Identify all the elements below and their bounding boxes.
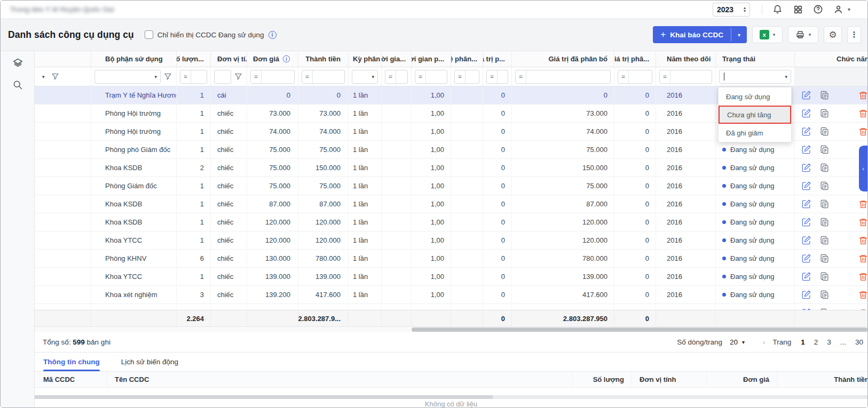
- copy-icon[interactable]: [819, 308, 830, 310]
- filter-value-input[interactable]: [465, 70, 479, 83]
- funnel-icon[interactable]: [164, 73, 172, 81]
- caret-down-icon[interactable]: ▾: [151, 74, 160, 79]
- filter-input-total[interactable]: =: [302, 70, 345, 84]
- copy-icon[interactable]: [819, 126, 830, 137]
- dropdown-option[interactable]: Chưa ghi tăng: [719, 106, 791, 124]
- delete-icon[interactable]: [858, 308, 867, 310]
- bell-icon[interactable]: [772, 4, 784, 15]
- table-row[interactable]: Phòng Giám đốc1chiếc75.00075.0001 lần1,0…: [35, 177, 867, 195]
- copy-icon[interactable]: [819, 235, 830, 245]
- column-header-year[interactable]: Năm theo dõi: [656, 51, 716, 67]
- prev-page-chevron-icon[interactable]: ‹: [763, 338, 765, 346]
- column-header-unit_price[interactable]: Đơn giái: [247, 51, 298, 67]
- detail-scrollbar[interactable]: [35, 395, 867, 399]
- column-header-allocated[interactable]: Giá trị đã phân bổ: [512, 51, 614, 67]
- copy-icon[interactable]: [819, 145, 830, 155]
- edit-icon[interactable]: [801, 126, 811, 137]
- copy-icon[interactable]: [819, 290, 830, 300]
- funnel-icon[interactable]: [51, 73, 59, 81]
- horizontal-scrollbar[interactable]: [35, 327, 867, 332]
- funnel-icon[interactable]: [234, 73, 242, 81]
- collapse-side-panel-button[interactable]: ‹: [859, 146, 867, 191]
- column-header-actions[interactable]: Chức năng: [795, 51, 867, 67]
- copy-icon[interactable]: [819, 181, 830, 191]
- table-row[interactable]: Khoa KSDB1chiếc120.000120.0001 lần1,0001…: [35, 213, 867, 231]
- delete-icon[interactable]: [858, 91, 867, 100]
- filter-value-input[interactable]: [191, 70, 207, 83]
- rows-per-page-caret-icon[interactable]: ▾: [742, 339, 745, 345]
- copy-icon[interactable]: [819, 108, 830, 118]
- table-row[interactable]: Khoa KSDB2chiếc75.000150.0001 lần1,00015…: [35, 159, 867, 177]
- export-excel-button[interactable]: x ▾: [752, 26, 783, 43]
- delete-icon[interactable]: [858, 199, 867, 209]
- edit-icon[interactable]: [801, 290, 811, 300]
- table-row[interactable]: Phòng KHNV6chiếc130.000780.0001 lần1,000…: [35, 250, 867, 268]
- declare-ccdc-button[interactable]: + Khai báo CCDC ▾: [653, 26, 747, 43]
- user-menu-caret-icon[interactable]: ▾: [848, 6, 850, 12]
- caret-down-icon[interactable]: ▾: [368, 74, 377, 79]
- filter-input-period[interactable]: ▾: [352, 70, 378, 84]
- info-icon[interactable]: i: [283, 55, 290, 63]
- delete-icon[interactable]: [858, 254, 867, 263]
- edit-icon[interactable]: [801, 271, 811, 282]
- copy-icon[interactable]: [819, 163, 830, 173]
- column-header-select[interactable]: [35, 51, 91, 67]
- year-selector[interactable]: 2023 ▴▾: [713, 3, 750, 17]
- table-row[interactable]: Khoa KSDB1chiếc87.00087.0001 lần1,00087.…: [35, 195, 867, 213]
- year-spinner-icon[interactable]: ▴▾: [744, 6, 746, 13]
- tab-active[interactable]: Thông tin chung: [43, 353, 100, 371]
- filter-value-input[interactable]: [215, 70, 231, 83]
- page-number[interactable]: 30: [855, 338, 863, 346]
- edit-icon[interactable]: [801, 253, 811, 263]
- edit-icon[interactable]: [801, 181, 811, 191]
- page-number[interactable]: 3: [827, 338, 831, 346]
- filter-input-time_alloc[interactable]: =: [415, 70, 447, 84]
- search-icon[interactable]: [12, 79, 23, 90]
- print-button[interactable]: ▾: [788, 26, 818, 43]
- filter-input-time_use[interactable]: =: [385, 70, 408, 84]
- filter-input-rate[interactable]: =: [454, 70, 479, 84]
- table-row[interactable]: Khoa xét nghiệm3chiếc139.200417.6001 lần…: [35, 286, 867, 304]
- excel-caret-icon[interactable]: ▾: [773, 32, 776, 37]
- more-options-button[interactable]: ⋮: [847, 26, 861, 43]
- filter-input-alloc_other[interactable]: =: [618, 70, 652, 84]
- table-row[interactable]: Khoa YTCC1chiếc120.000120.0001 lần1,0001…: [35, 231, 867, 250]
- settings-button[interactable]: ⚙: [824, 26, 842, 43]
- column-header-total[interactable]: Thành tiền: [298, 51, 349, 67]
- delete-icon[interactable]: [858, 290, 867, 300]
- filter-value-input[interactable]: [262, 70, 294, 83]
- delete-icon[interactable]: [858, 127, 867, 137]
- edit-icon[interactable]: [801, 235, 811, 245]
- table-row[interactable]: Khoa YTCC1chiếc139.000139.0001 lần1,0001…: [35, 268, 867, 286]
- delete-icon[interactable]: [858, 236, 867, 245]
- show-in-use-checkbox[interactable]: [145, 30, 153, 39]
- caret-down-icon[interactable]: ▾: [42, 74, 45, 79]
- table-row[interactable]: Phòng phó Giám đốc1chiếc75.00075.0001 lầ…: [35, 141, 867, 159]
- column-header-time_use[interactable]: Thời gia...: [382, 51, 412, 67]
- copy-icon[interactable]: [819, 253, 830, 263]
- help-icon[interactable]: [812, 4, 824, 15]
- detail-scrollbar-thumb[interactable]: [35, 395, 493, 399]
- copy-icon[interactable]: [819, 217, 830, 227]
- filter-input-unit_price[interactable]: =: [250, 70, 295, 84]
- copy-icon[interactable]: [819, 199, 830, 209]
- edit-icon[interactable]: [801, 163, 811, 173]
- edit-icon[interactable]: [801, 199, 811, 209]
- copy-icon[interactable]: [819, 90, 830, 100]
- caret-down-icon[interactable]: ▾: [782, 74, 791, 79]
- column-header-unit[interactable]: Đơn vị tí...: [211, 51, 247, 67]
- delete-icon[interactable]: [858, 109, 867, 118]
- delete-icon[interactable]: [858, 272, 867, 282]
- edit-icon[interactable]: [801, 108, 811, 118]
- column-header-alloc_per[interactable]: Giá trị p...: [483, 51, 512, 67]
- filter-input-unit[interactable]: [214, 70, 231, 84]
- page-number[interactable]: 2: [814, 338, 818, 346]
- column-header-period[interactable]: Kỳ phân ...: [349, 51, 382, 67]
- column-header-department[interactable]: Bộ phận sử dụng: [91, 51, 177, 67]
- filter-value-input[interactable]: [313, 70, 344, 83]
- column-header-quantity[interactable]: Số lượn...: [177, 51, 211, 67]
- copy-icon[interactable]: [819, 271, 830, 282]
- filter-value-input[interactable]: [670, 70, 712, 83]
- dropdown-option[interactable]: Đang sử dụng: [719, 87, 791, 106]
- column-header-status[interactable]: Trạng thái: [716, 51, 795, 67]
